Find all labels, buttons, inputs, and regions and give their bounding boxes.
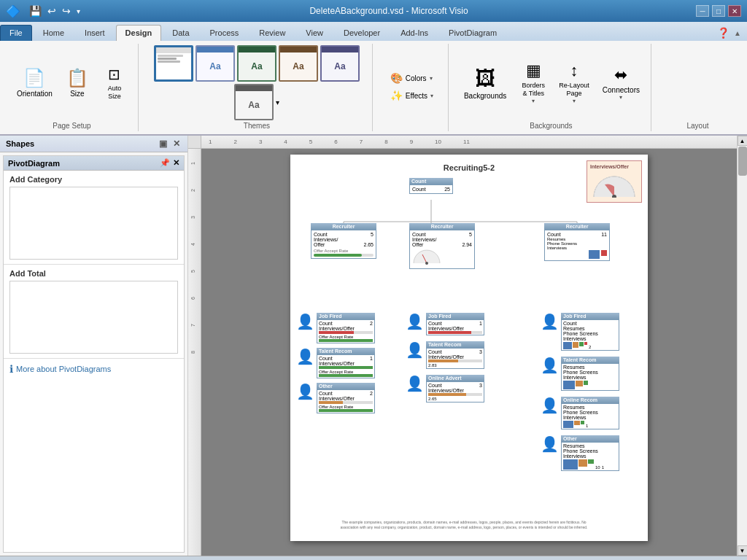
orientation-label: Orientation <box>17 90 53 98</box>
page-setup-buttons: 📄 Orientation 📋 Size ⊡ AutoSize <box>12 45 132 120</box>
recruiter-col-2: Recruiter Count5 Interviews/ Offer2.94 <box>409 223 475 269</box>
backgrounds-icon: 🖼 <box>475 66 495 90</box>
scroll-up-btn[interactable]: ▲ <box>738 136 748 146</box>
theme-2[interactable]: Aa <box>237 45 276 82</box>
borders-titles-button[interactable]: ▦ Borders& Titles ▾ <box>516 60 551 106</box>
autosize-label: AutoSize <box>108 85 122 101</box>
add-category-title: Add Category <box>9 175 178 184</box>
root-node[interactable]: Count Count25 <box>409 178 453 194</box>
group-colors-effects: 🎨 Colors ▾ ✨ Effects ▾ <box>376 44 449 131</box>
backgrounds-label: Backgrounds <box>464 92 506 100</box>
colors-label: Colors <box>406 74 427 82</box>
page-tabs-bar: ◀◀ ◀ ▶ ▶▶ Unfilled Recruiting5 VBackgrou… <box>0 556 747 560</box>
relayout-dropdown: ▾ <box>573 98 576 104</box>
close-btn[interactable]: ✕ <box>728 5 741 17</box>
window-title: DeleteABackground.vsd - Microsoft Visio <box>82 6 696 16</box>
quick-access: 🔷 💾 ↩ ↪ ▾ <box>6 4 82 18</box>
colors-button[interactable]: 🎨 Colors ▾ <box>385 70 438 86</box>
page-setup-label: Page Setup <box>53 120 90 130</box>
theme-1[interactable]: Aa <box>196 45 235 82</box>
theme-blank[interactable] <box>154 45 193 82</box>
pivot-pin-btn[interactable]: 📌 <box>160 158 170 168</box>
tab-review[interactable]: Review <box>249 25 295 41</box>
tab-developer[interactable]: Developer <box>334 25 390 41</box>
backgrounds-group-label: Backgrounds <box>530 120 572 130</box>
person-nodes-mid: 👤 Job Fired Count1 Interviews/Offer <box>406 313 484 408</box>
themes-label: Themes <box>244 120 270 130</box>
save-btn[interactable]: 💾 <box>28 5 43 17</box>
theme-4[interactable]: Aa <box>320 45 360 82</box>
colors-icon: 🎨 <box>390 72 403 84</box>
person-nodes-right: 👤 Job Fired Count Resumes Phone Screens … <box>541 313 619 477</box>
restore-btn[interactable]: □ <box>712 5 725 17</box>
borders-icon: ▦ <box>526 61 541 80</box>
backgrounds-button[interactable]: 🖼 Backgrounds <box>457 60 513 106</box>
pivot-close-btn[interactable]: ✕ <box>173 158 179 168</box>
orientation-icon: 📄 <box>23 68 45 88</box>
shapes-menu-btn[interactable]: ▣ <box>158 139 169 149</box>
quick-dropdown[interactable]: ▾ <box>75 7 82 15</box>
redo-btn[interactable]: ↪ <box>61 5 72 17</box>
page-canvas: Recruiting5-2 Interviews/Offer <box>201 149 737 556</box>
theme-3[interactable]: Aa <box>279 45 318 82</box>
connectors-label: Connectors <box>603 86 640 94</box>
relayout-button[interactable]: ↕ Re-LayoutPage ▾ <box>554 60 595 106</box>
window-controls: ─ □ ✕ <box>696 5 741 17</box>
tab-pivotdiagram[interactable]: PivotDiagram <box>439 25 506 41</box>
size-icon: 📋 <box>66 68 88 88</box>
colors-dropdown-arrow: ▾ <box>430 75 433 82</box>
size-button[interactable]: 📋 Size <box>60 60 95 106</box>
category-list-area <box>9 187 178 260</box>
undo-btn[interactable]: ↩ <box>46 5 58 17</box>
tab-process[interactable]: Process <box>201 25 249 41</box>
shapes-header: Shapes ▣ ✕ <box>0 136 187 152</box>
tab-data[interactable]: Data <box>163 25 198 41</box>
page-white: Recruiting5-2 Interviews/Offer <box>290 155 648 541</box>
shapes-close-btn[interactable]: ✕ <box>171 139 182 149</box>
disclaimer-text: The example companies, organizations, pr… <box>296 520 632 529</box>
theme-5[interactable]: Aa <box>234 84 274 120</box>
add-total-section: Add Total <box>4 265 184 359</box>
borders-dropdown: ▾ <box>532 98 535 104</box>
person-nodes-left: 👤 Job Fired Count2 Interviews/Offer Offe… <box>296 313 375 418</box>
shapes-header-controls: ▣ ✕ <box>158 139 182 149</box>
scroll-down-btn[interactable]: ▼ <box>738 545 748 556</box>
pivot-panel: PivotDiagram 📌 ✕ Add Category Add Total … <box>3 155 185 553</box>
colors-effects-section: 🎨 Colors ▾ ✨ Effects ▾ <box>385 70 438 104</box>
orientation-button[interactable]: 📄 Orientation <box>12 60 58 106</box>
shapes-title: Shapes <box>6 139 34 148</box>
tab-addins[interactable]: Add-Ins <box>391 25 438 41</box>
legend-title: Interviews/Offer <box>590 164 638 169</box>
tab-design[interactable]: Design <box>116 25 162 41</box>
backgrounds-content: 🖼 Backgrounds ▦ Borders& Titles ▾ ↕ Re-L… <box>457 45 645 120</box>
autosize-button[interactable]: ⊡ AutoSize <box>97 60 132 106</box>
tab-insert[interactable]: Insert <box>75 25 115 41</box>
scroll-thumb-v[interactable] <box>738 147 747 176</box>
connectors-dropdown: ▾ <box>619 94 622 101</box>
info-icon: ℹ <box>9 363 13 375</box>
h-ruler-ticks: 1 2 3 4 5 6 7 8 9 10 11 <box>201 139 737 145</box>
add-total-title: Add Total <box>9 269 178 278</box>
group-themes: Aa Aa Aa Aa Aa ▾ Themes <box>142 44 373 131</box>
pivot-title: PivotDiagram <box>8 159 60 168</box>
recruiter-col-1: Recruiter Count5 Interviews/ Offer2.65 O… <box>311 223 376 259</box>
themes-content: Aa Aa Aa Aa Aa ▾ <box>147 45 366 120</box>
minimize-btn[interactable]: ─ <box>696 5 709 17</box>
tab-view[interactable]: View <box>296 25 333 41</box>
tab-home[interactable]: Home <box>34 25 74 41</box>
add-category-section: Add Category <box>4 171 184 265</box>
pivot-info-link[interactable]: ℹ More about PivotDiagrams <box>4 359 184 379</box>
size-label: Size <box>70 90 84 98</box>
autosize-icon: ⊡ <box>108 66 120 83</box>
relayout-label: Re-LayoutPage <box>559 82 589 98</box>
ruler-vertical: 1 2 3 4 5 6 7 8 <box>188 149 201 556</box>
help-btn[interactable]: ❓ <box>717 27 729 39</box>
tab-file[interactable]: File <box>0 25 32 41</box>
themes-more[interactable]: ▾ <box>276 98 279 106</box>
total-list-area <box>9 281 178 354</box>
connectors-button[interactable]: ⬌ Connectors ▾ <box>597 60 645 106</box>
relayout-icon: ↕ <box>570 61 578 80</box>
effects-button[interactable]: ✨ Effects ▾ <box>385 88 438 104</box>
v-ruler-ticks: 1 2 3 4 5 6 7 8 <box>188 149 201 370</box>
ribbon-collapse[interactable]: ▲ <box>734 29 741 37</box>
